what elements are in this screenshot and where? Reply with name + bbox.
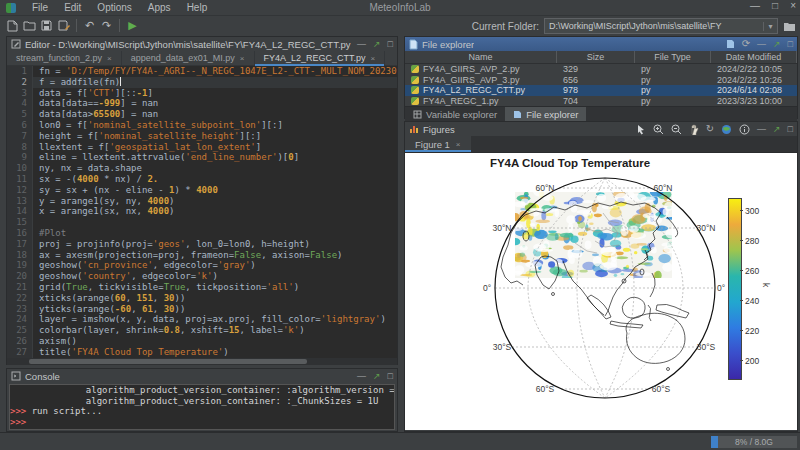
column-header-size[interactable]: Size	[557, 51, 635, 63]
column-header-file-type[interactable]: File Type	[635, 51, 711, 63]
pan-hand-icon[interactable]	[689, 124, 699, 135]
zoom-out-icon[interactable]	[671, 124, 682, 135]
zoom-in-icon[interactable]	[653, 124, 664, 135]
column-header-name[interactable]: Name	[405, 51, 557, 63]
minimize-panel-icon[interactable]: —	[357, 40, 366, 49]
code-line[interactable]: 13y = arange1(sy, ny, 4000)	[7, 196, 397, 207]
code-line[interactable]: 10ny, nx = data.shape	[7, 163, 397, 174]
code-line[interactable]: 1fn = 'D:/Temp/FY/FY4A-_AGRI--_N_REGC_10…	[7, 66, 397, 77]
code-line[interactable]: 8llextent = f['geospatial_lat_lon_extent…	[7, 142, 397, 153]
close-icon[interactable]: ×	[371, 54, 376, 63]
menu-apps[interactable]: Apps	[140, 2, 179, 13]
new-file-button[interactable]	[4, 18, 21, 33]
memory-indicator[interactable]: 8% / 8.0G	[711, 436, 797, 448]
close-icon[interactable]: ×	[107, 54, 112, 63]
code-line[interactable]: 6lon0 = f['nominal_satellite_subpoint_lo…	[7, 120, 397, 131]
code-line[interactable]: 2f = addfile(fn)	[7, 77, 397, 88]
table-row[interactable]: FY4A_GIIRS_AVP_2.py329py2024/2/22 10:05	[405, 64, 797, 75]
menu-file[interactable]: File	[24, 2, 56, 13]
editor-horizontal-scrollbar[interactable]	[7, 358, 397, 365]
editor-tab-fy4a-l2-regc-ctt-py[interactable]: FY4A_L2_REGC_CTT.py×	[255, 51, 386, 65]
code-text: proj = projinfo(proj='geos', lon_0=lon0,…	[33, 239, 310, 250]
code-line[interactable]: 21grid(True, tickvisible=True, tickposit…	[7, 282, 397, 293]
tab-variable-explorer[interactable]: Variable explorer	[405, 107, 505, 121]
refresh-icon[interactable]: ⟳	[742, 39, 750, 49]
code-line[interactable]: 23yticks(arange(-60, 61, 30))	[7, 304, 397, 315]
float-panel-icon[interactable]: ↗	[773, 40, 781, 49]
code-text: data[data==-999] = nan	[33, 98, 158, 109]
rotate-icon[interactable]: ↻	[706, 124, 714, 134]
code-line[interactable]: 9eline = llextent.attrvalue('end_line_nu…	[7, 152, 397, 163]
run-script-button[interactable]: ▶	[124, 18, 141, 33]
redo-button[interactable]: ↷	[98, 18, 115, 33]
code-line[interactable]: 20geoshow('country', edgecolor='k')	[7, 271, 397, 282]
code-line[interactable]: 16#Plot	[7, 228, 397, 239]
editor-tab-append-data-ex01-mi-py[interactable]: append_data_ex01_MI.py×	[122, 51, 255, 65]
menu-edit[interactable]: Edit	[56, 2, 89, 13]
undo-button[interactable]: ↶	[81, 18, 98, 33]
minimize-panel-icon[interactable]: —	[757, 40, 766, 49]
menu-help[interactable]: Help	[179, 2, 216, 13]
code-line[interactable]: 15	[7, 217, 397, 228]
code-line[interactable]: 4data[data==-999] = nan	[7, 98, 397, 109]
chevron-down-icon[interactable]: ▾	[763, 22, 777, 31]
table-row[interactable]: FY4A_REGC_1.py704py2023/3/23 10:00	[405, 96, 797, 107]
float-panel-icon[interactable]: ↗	[773, 125, 781, 134]
minimize-panel-icon[interactable]: —	[357, 372, 366, 381]
code-line[interactable]: 26axism()	[7, 336, 397, 347]
code-line[interactable]: 19geoshow('cn_province', edgecolor='gray…	[7, 260, 397, 271]
line-number: 20	[7, 271, 33, 282]
code-line[interactable]: 24layer = imshow(x, y, data, proj=ax.pro…	[7, 314, 397, 325]
identify-icon[interactable]	[739, 124, 750, 135]
editor-tab-stream-function-2-py[interactable]: stream_function_2.py×	[7, 51, 122, 65]
code-line[interactable]: 7height = f['nominal_satellite_height'][…	[7, 131, 397, 142]
code-line[interactable]: 22xticks(arange(60, 151, 30))	[7, 293, 397, 304]
maximize-panel-icon[interactable]: □	[788, 125, 793, 134]
file-table-header[interactable]: NameSizeFile TypeDate Modified	[405, 51, 797, 64]
console-line: >>>	[10, 417, 394, 428]
editor-title: Editor - D:\Working\MIScript\Jython\mis\…	[25, 39, 351, 50]
save-as-button[interactable]	[55, 18, 72, 33]
tab-label: stream_function_2.py	[16, 53, 102, 63]
table-row[interactable]: FY4A_L2_REGC_CTT.py978py2024/6/14 02:08	[405, 85, 797, 96]
open-folder-button[interactable]	[21, 18, 38, 33]
browse-folder-icon[interactable]	[783, 21, 796, 32]
code-line[interactable]: 5data[data>65500] = nan	[7, 109, 397, 120]
code-line[interactable]: 12sy = sx + (nx - eline - 1) * 4000	[7, 185, 397, 196]
console-output[interactable]: algorithm_product_version_container: :al…	[9, 384, 395, 430]
tab-file-explorer[interactable]: File explorer	[505, 107, 586, 121]
float-panel-icon[interactable]: ↗	[373, 40, 381, 49]
code-line[interactable]: 11sx = -(4000 * nx) / 2.	[7, 174, 397, 185]
float-panel-icon[interactable]: ↗	[373, 372, 381, 381]
code-editor[interactable]: 1fn = 'D:/Temp/FY/FY4A-_AGRI--_N_REGC_10…	[7, 66, 397, 358]
code-text: sx = -(4000 * nx) / 2.	[33, 174, 158, 185]
maximize-button[interactable]: □	[772, 0, 778, 11]
close-icon[interactable]: ×	[240, 54, 245, 63]
close-button[interactable]: ×	[790, 0, 796, 11]
code-line[interactable]: 3data = f['CTT'][::-1]	[7, 88, 397, 99]
code-line[interactable]: 17proj = projinfo(proj='geos', lon_0=lon…	[7, 239, 397, 250]
maximize-panel-icon[interactable]: □	[788, 40, 793, 49]
minimize-button[interactable]: —	[750, 0, 760, 11]
close-icon[interactable]: ×	[456, 140, 461, 149]
code-line[interactable]: 18ax = axesm(projection=proj, frameon=Fa…	[7, 250, 397, 261]
code-line[interactable]: 14x = arange1(sx, nx, 4000)	[7, 206, 397, 217]
table-row[interactable]: FY4A_GIIRS_AVP_3.py656py2024/2/22 10:26	[405, 75, 797, 86]
current-folder-combobox[interactable]: D:\Working\MIScript\Jython\mis\satellite…	[544, 18, 778, 34]
globe-icon[interactable]	[721, 124, 732, 135]
cursor-icon[interactable]	[637, 124, 646, 135]
maximize-panel-icon[interactable]: □	[388, 372, 393, 381]
maximize-panel-icon[interactable]: □	[388, 40, 393, 49]
column-header-date-modified[interactable]: Date Modified	[711, 51, 797, 63]
code-line[interactable]: 27title('FY4A Cloud Top Temperature')	[7, 347, 397, 358]
save-button[interactable]	[38, 18, 55, 33]
tab-figure-1[interactable]: Figure 1 ×	[405, 136, 471, 152]
minimize-panel-icon[interactable]: —	[757, 125, 766, 134]
code-line[interactable]: 25colorbar(layer, shrink=0.8, xshift=15,…	[7, 325, 397, 336]
line-number: 6	[7, 120, 33, 131]
new-file-icon[interactable]	[726, 39, 735, 49]
console-title-bar: Console — ↗ □	[7, 369, 397, 383]
menu-options[interactable]: Options	[89, 2, 139, 13]
figure-canvas[interactable]: FY4A Cloud Top Temperature 60°N60°N30°N3…	[405, 153, 797, 430]
scrollbar-thumb[interactable]	[29, 359, 307, 364]
